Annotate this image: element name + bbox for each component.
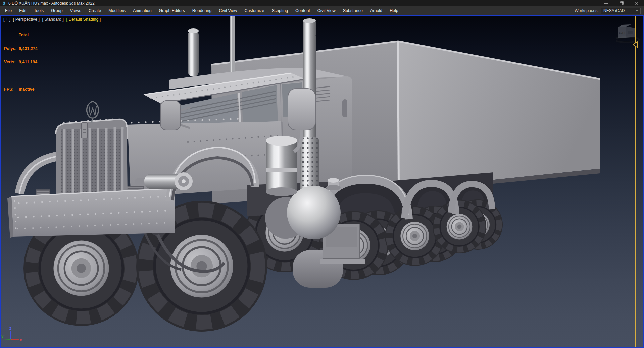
menu-customize[interactable]: Customize <box>241 8 268 13</box>
mirror-left <box>160 101 181 130</box>
title-bar: 3 6 ĐỖ XUÂN HUY.max - Autodesk 3ds Max 2… <box>0 0 644 6</box>
window-title: 6 ĐỖ XUÂN HUY.max - Autodesk 3ds Max 202… <box>8 1 95 6</box>
menu-animation[interactable]: Animation <box>129 8 155 13</box>
viewport-label: [ + ] [ Perspective ] [ Standard ] [ Def… <box>3 17 102 22</box>
stats-verts-value: 9,411,194 <box>19 60 37 65</box>
axis-z-label: z <box>9 326 11 331</box>
chevron-down-icon: ▼ <box>636 9 638 12</box>
viewport-statistics: Total Polys:9,431,274 Verts:9,411,194 FP… <box>4 24 38 101</box>
hood-ornament <box>87 101 99 123</box>
air-cleaner[interactable] <box>266 136 297 196</box>
menu-content[interactable]: Content <box>292 8 314 13</box>
panel-splitter[interactable] <box>635 16 636 347</box>
workspaces-area: Workspaces: NESA iCAD ▼ <box>575 8 641 14</box>
stats-fps-value: Inactive <box>19 87 35 92</box>
menu-civil-view[interactable]: Civil View <box>215 8 241 13</box>
stats-polys-label: Polys: <box>4 47 19 51</box>
scene-3d-truck <box>1 16 643 347</box>
menu-scripting[interactable]: Scripting <box>268 8 292 13</box>
world-axis-gizmo: z x y <box>1 325 28 345</box>
menu-bar: File Edit Tools Group Views Create Modif… <box>0 6 644 15</box>
stats-verts-label: Verts: <box>4 60 19 65</box>
panel-expand-arrow[interactable] <box>633 41 638 48</box>
truck-model[interactable] <box>7 16 600 332</box>
3dsmax-app-icon: 3 <box>1 1 6 6</box>
viewcube-left-face-label: LEFT <box>619 31 626 34</box>
menu-views[interactable]: Views <box>66 8 85 13</box>
axis-x-label: x <box>20 338 22 342</box>
stats-polys-value: 9,431,274 <box>19 47 38 51</box>
menu-arnold[interactable]: Arnold <box>366 8 386 13</box>
restore-button[interactable] <box>614 0 629 6</box>
viewport-pov-menu[interactable]: [ Perspective ] <box>13 17 40 22</box>
menu-modifiers[interactable]: Modifiers <box>105 8 129 13</box>
menu-substance[interactable]: Substance <box>339 8 366 13</box>
menu-tools[interactable]: Tools <box>30 8 47 13</box>
grille-badge <box>81 123 88 138</box>
viewport-general-menu[interactable]: [ + ] <box>3 17 10 22</box>
workspace-value: NESA iCAD <box>603 8 634 13</box>
axis-y-label: y <box>1 334 4 338</box>
stats-fps-label: FPS: <box>4 87 19 92</box>
workspace-dropdown[interactable]: NESA iCAD ▼ <box>601 8 641 14</box>
3dsmax-window: 3 6 ĐỖ XUÂN HUY.max - Autodesk 3ds Max 2… <box>0 0 644 348</box>
menu-rendering[interactable]: Rendering <box>189 8 215 13</box>
workspaces-label: Workspaces: <box>575 8 599 13</box>
menu-civil-view-2[interactable]: Civil View <box>314 8 339 13</box>
minimize-icon <box>604 1 608 5</box>
stats-total-label: Total <box>19 33 29 38</box>
minimize-button[interactable] <box>599 0 614 6</box>
menu-graph-editors[interactable]: Graph Editors <box>155 8 189 13</box>
menu-edit[interactable]: Edit <box>15 8 30 13</box>
mirror-right <box>288 89 315 130</box>
menu-file[interactable]: File <box>1 8 15 13</box>
front-bumper[interactable] <box>7 188 175 238</box>
close-button[interactable] <box>629 0 644 6</box>
menu-group[interactable]: Group <box>47 8 66 13</box>
viewport-style-menu[interactable]: [ Standard ] <box>42 17 64 22</box>
viewport-shading-menu[interactable]: [ Default Shading ] <box>66 17 101 22</box>
menu-create[interactable]: Create <box>85 8 105 13</box>
menu-help[interactable]: Help <box>386 8 402 13</box>
restore-icon <box>620 1 624 5</box>
viewport-perspective[interactable]: [ + ] [ Perspective ] [ Standard ] [ Def… <box>0 15 644 348</box>
close-icon <box>635 1 638 5</box>
